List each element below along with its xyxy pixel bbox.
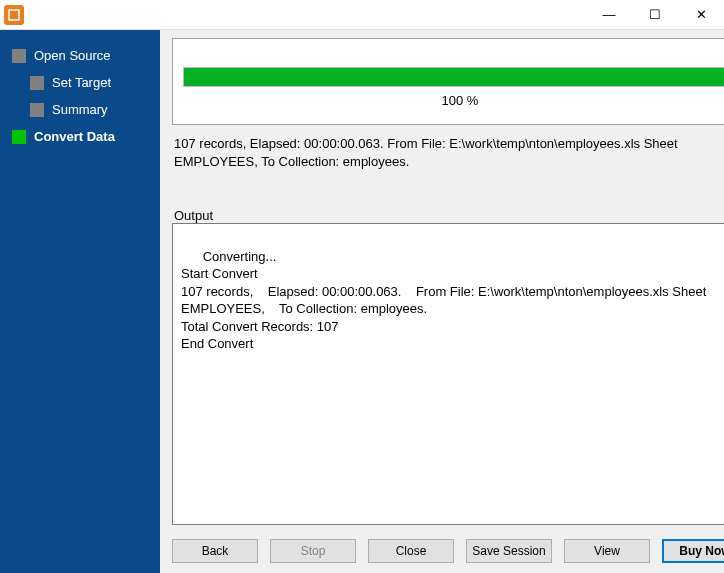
progress-label: 100 % <box>442 93 479 108</box>
button-row: Back Stop Close Save Session View Buy No… <box>172 525 724 563</box>
step-box-icon <box>12 49 26 63</box>
stop-button: Stop <box>270 539 356 563</box>
sidebar-item-set-target[interactable]: Set Target <box>0 69 160 96</box>
output-content: Converting... Start Convert 107 records,… <box>181 249 710 352</box>
sidebar: Open Source Set Target Summary Convert D… <box>0 30 160 573</box>
minimize-button[interactable]: — <box>586 0 632 30</box>
sidebar-item-summary[interactable]: Summary <box>0 96 160 123</box>
progress-bar <box>183 67 724 87</box>
close-window-button[interactable]: ✕ <box>678 0 724 30</box>
content: Open Source Set Target Summary Convert D… <box>0 30 724 573</box>
output-textarea[interactable]: Converting... Start Convert 107 records,… <box>172 223 724 525</box>
sidebar-item-convert-data[interactable]: Convert Data <box>0 123 160 150</box>
maximize-button[interactable]: ☐ <box>632 0 678 30</box>
titlebar-left <box>0 5 24 25</box>
sidebar-item-label: Convert Data <box>34 129 115 144</box>
view-button[interactable]: View <box>564 539 650 563</box>
step-box-icon <box>30 103 44 117</box>
step-box-icon <box>30 76 44 90</box>
app-icon <box>4 5 24 25</box>
step-box-icon <box>12 130 26 144</box>
main-panel: 100 % 107 records, Elapsed: 00:00:00.063… <box>160 30 724 573</box>
back-button[interactable]: Back <box>172 539 258 563</box>
sidebar-item-label: Summary <box>52 102 108 117</box>
sidebar-item-label: Open Source <box>34 48 111 63</box>
svg-rect-0 <box>9 10 19 20</box>
save-session-button[interactable]: Save Session <box>466 539 552 563</box>
status-text: 107 records, Elapsed: 00:00:00.063. From… <box>174 135 724 170</box>
titlebar: — ☐ ✕ <box>0 0 724 30</box>
sidebar-item-open-source[interactable]: Open Source <box>0 42 160 69</box>
window-controls: — ☐ ✕ <box>586 0 724 30</box>
buy-now-button[interactable]: Buy Now <box>662 539 724 563</box>
sidebar-item-label: Set Target <box>52 75 111 90</box>
output-label: Output <box>172 208 724 223</box>
close-button[interactable]: Close <box>368 539 454 563</box>
progress-panel: 100 % <box>172 38 724 125</box>
progress-fill <box>184 68 724 86</box>
